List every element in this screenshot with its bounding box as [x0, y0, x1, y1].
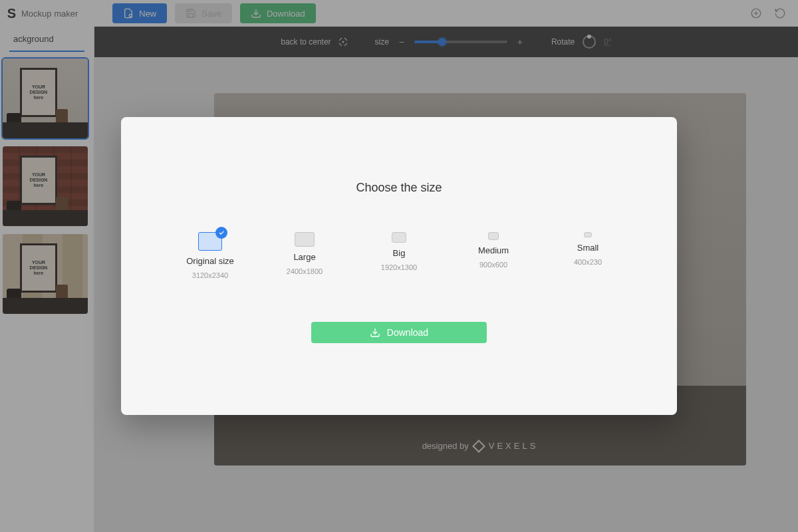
size-option-dimensions: 3120x2340 — [192, 271, 228, 279]
modal-download-label: Download — [387, 327, 428, 338]
size-preview-box — [392, 232, 406, 243]
size-option-small[interactable]: Small400x230 — [561, 232, 614, 279]
download-size-modal: Choose the size Original size3120x2340La… — [121, 117, 677, 415]
size-option-dimensions: 900x600 — [479, 261, 507, 269]
size-option-dimensions: 400x230 — [574, 258, 602, 266]
modal-overlay[interactable]: Choose the size Original size3120x2340La… — [0, 0, 798, 532]
size-preview-box — [488, 232, 499, 240]
size-option-name: Medium — [478, 245, 509, 255]
size-options-row: Original size3120x2340Large2400x1800Big1… — [184, 232, 614, 279]
size-preview-box — [584, 232, 592, 237]
download-icon — [370, 327, 380, 338]
size-option-name: Big — [393, 248, 406, 258]
size-preview-box — [295, 232, 315, 247]
modal-download-button[interactable]: Download — [311, 322, 487, 343]
size-option-dimensions: 1920x1300 — [381, 263, 417, 271]
size-option-original-size[interactable]: Original size3120x2340 — [184, 232, 237, 279]
size-option-medium[interactable]: Medium900x600 — [467, 232, 520, 279]
selected-check-icon — [215, 227, 227, 239]
size-option-large[interactable]: Large2400x1800 — [278, 232, 331, 279]
size-option-big[interactable]: Big1920x1300 — [372, 232, 426, 279]
app-root: S Mockup maker New Save Download ackgrou… — [0, 0, 798, 532]
size-option-dimensions: 2400x1800 — [287, 267, 323, 275]
size-option-name: Original size — [186, 256, 234, 266]
size-option-name: Large — [293, 252, 315, 262]
size-option-name: Small — [577, 243, 599, 253]
modal-title: Choose the size — [356, 181, 442, 195]
